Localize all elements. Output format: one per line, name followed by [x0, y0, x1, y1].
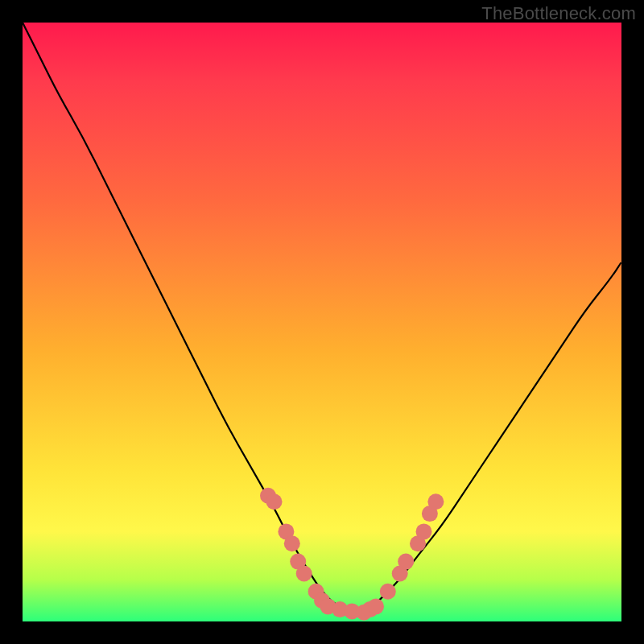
chart-frame: TheBottleneck.com: [0, 0, 644, 644]
highlighted-points-group: [260, 488, 444, 621]
highlighted-point: [284, 535, 300, 551]
chart-svg: [23, 23, 621, 621]
highlighted-point: [380, 584, 396, 600]
watermark-text: TheBottleneck.com: [481, 3, 636, 24]
highlighted-point: [398, 554, 414, 570]
plot-area: [23, 23, 621, 621]
highlighted-point: [416, 523, 432, 539]
highlighted-point: [266, 493, 283, 510]
highlighted-point: [427, 493, 444, 510]
curve-group: [23, 23, 621, 612]
highlighted-point: [368, 598, 384, 614]
bottleneck-curve-path: [23, 23, 621, 612]
highlighted-point: [296, 566, 312, 582]
